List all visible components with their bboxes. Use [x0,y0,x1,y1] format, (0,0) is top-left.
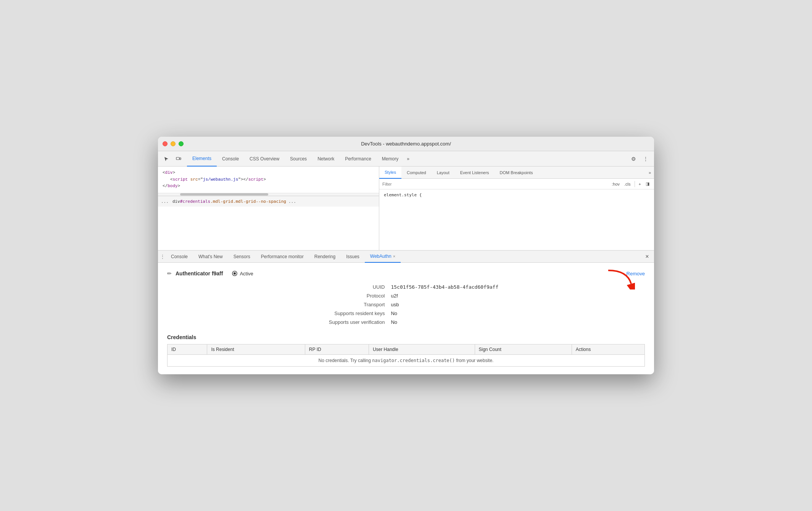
uuid-label: UUID [182,284,385,290]
tab-performance[interactable]: Performance [340,151,377,167]
bottom-tab-rendering[interactable]: Rendering [309,251,341,263]
styles-content: element.style { [379,189,654,201]
active-radio[interactable]: Active [232,271,253,277]
bottom-tab-sensors[interactable]: Sensors [228,251,256,263]
maximize-button[interactable] [179,141,184,146]
col-actions: Actions [572,344,644,355]
devtools-tabs: Elements Console CSS Overview Sources Ne… [187,151,628,167]
no-credentials-cell: No credentials. Try calling navigator.cr… [168,355,645,367]
dom-line-1: <div> [163,170,374,176]
arrow-indicator [604,267,635,291]
tab-styles[interactable]: Styles [379,167,401,179]
credentials-section: Credentials ID Is Resident RP ID User Ha… [167,334,645,367]
user-verification-label: Supports user verification [182,319,385,325]
radio-input[interactable] [232,271,237,276]
transport-value: usb [391,302,645,307]
svg-rect-0 [176,157,179,160]
cls-button[interactable]: .cls [623,181,632,187]
no-credentials-code: navigator.credentials.create() [372,358,455,363]
styles-filter-controls: :hov .cls + ◨ [610,181,651,187]
styles-rule: element.style { [384,192,422,197]
close-button[interactable] [163,141,168,146]
authenticator-name: Authenticator f9aff [176,270,223,277]
styles-more-tabs[interactable]: » [646,167,654,179]
tab-elements[interactable]: Elements [187,151,217,167]
table-header-row: ID Is Resident RP ID User Handle Sign Co… [168,344,645,355]
user-verification-value: No [391,319,645,325]
hov-button[interactable]: :hov [610,181,621,187]
bottom-tabs-bar: ⋮ Console What's New Sensors Performance… [158,251,654,263]
top-panels: <div> <script src="js/webauthn.js"></scr… [158,167,654,251]
more-options-icon[interactable]: ⋮ [640,154,651,164]
no-credentials-row: No credentials. Try calling navigator.cr… [168,355,645,367]
devtools-topbar-icons [161,154,184,164]
bottom-tab-console[interactable]: Console [166,251,193,263]
cursor-icon[interactable] [161,154,172,164]
webauthn-tab-close[interactable]: × [393,254,395,259]
resident-keys-value: No [391,310,645,316]
styles-panel: Styles Computed Layout Event Listeners D… [379,167,654,250]
tab-dom-breakpoints[interactable]: DOM Breakpoints [495,167,538,179]
col-user-handle: User Handle [369,344,475,355]
title-bar: DevTools - webauthndemo.appspot.com/ [158,137,654,151]
dom-line-3: </body> [163,183,374,190]
col-is-resident: Is Resident [207,344,305,355]
edit-icon[interactable]: ✏ [167,270,172,277]
authenticator-header: ✏ Authenticator f9aff Active Remove [167,270,645,277]
devtools-window: DevTools - webauthndemo.appspot.com/ Ele… [158,137,654,374]
dom-scrollbar-thumb [180,193,269,196]
styles-filter-bar: :hov .cls + ◨ [379,179,654,189]
credentials-title: Credentials [167,334,645,340]
svg-rect-1 [180,158,181,160]
resident-keys-label: Supports resident keys [182,310,385,316]
tab-console[interactable]: Console [217,151,244,167]
radio-inner [234,272,236,275]
breadcrumb-more[interactable]: ... [288,199,296,204]
credentials-table: ID Is Resident RP ID User Handle Sign Co… [167,344,645,367]
tab-computed[interactable]: Computed [401,167,432,179]
protocol-label: Protocol [182,293,385,299]
add-style-button[interactable]: + [637,181,643,187]
filter-separator [635,181,635,187]
devtools-body: <div> <script src="js/webauthn.js"></scr… [158,167,654,374]
bottom-panels: ⋮ Console What's New Sensors Performance… [158,251,654,374]
dom-line-2: <script src="js/webauthn.js"></script> [163,176,374,183]
col-sign-count: Sign Count [475,344,572,355]
breadcrumb: ... div#credentials.mdl-grid.mdl-grid--n… [158,196,379,207]
bottom-tab-performance-monitor[interactable]: Performance monitor [256,251,309,263]
styles-filter-input[interactable] [382,182,610,186]
webauthn-panel: ✏ Authenticator f9aff Active Remove UUID… [158,263,654,374]
device-toolbar-icon[interactable] [173,154,184,164]
settings-icon[interactable]: ⚙ [628,154,639,164]
active-label: Active [240,271,253,277]
tab-css-overview[interactable]: CSS Overview [244,151,285,167]
col-id: ID [168,344,207,355]
minimize-button[interactable] [171,141,176,146]
tab-event-listeners[interactable]: Event Listeners [455,167,495,179]
col-rp-id: RP ID [305,344,369,355]
dom-code: <div> <script src="js/webauthn.js"></scr… [158,167,379,193]
bottom-tab-issues[interactable]: Issues [341,251,365,263]
bottom-close-button[interactable]: × [642,251,652,262]
tab-network[interactable]: Network [312,151,340,167]
window-title: DevTools - webauthndemo.appspot.com/ [361,141,451,147]
bottom-tab-whats-new[interactable]: What's New [193,251,228,263]
toggle-sidebar-button[interactable]: ◨ [644,181,651,187]
dom-panel: <div> <script src="js/webauthn.js"></scr… [158,167,379,250]
styles-tabs: Styles Computed Layout Event Listeners D… [379,167,654,179]
protocol-value: u2f [391,293,645,299]
transport-label: Transport [182,302,385,307]
dom-scrollbar[interactable] [158,193,379,196]
drag-handle[interactable]: ⋮ [160,251,166,262]
breadcrumb-dots[interactable]: ... [161,199,169,204]
tab-memory[interactable]: Memory [377,151,404,167]
no-credentials-suffix: from your website. [455,358,493,363]
auth-details: UUID 15c01f56-785f-43b4-ab58-4facd60f9af… [167,284,645,325]
no-credentials-prefix: No credentials. Try calling [319,358,372,363]
tab-layout[interactable]: Layout [432,167,455,179]
devtools-topbar: Elements Console CSS Overview Sources Ne… [158,151,654,167]
tab-sources[interactable]: Sources [285,151,312,167]
devtools-more-tabs[interactable]: » [404,151,412,167]
traffic-lights [163,141,184,146]
bottom-tab-webauthn[interactable]: WebAuthn × [365,251,401,263]
